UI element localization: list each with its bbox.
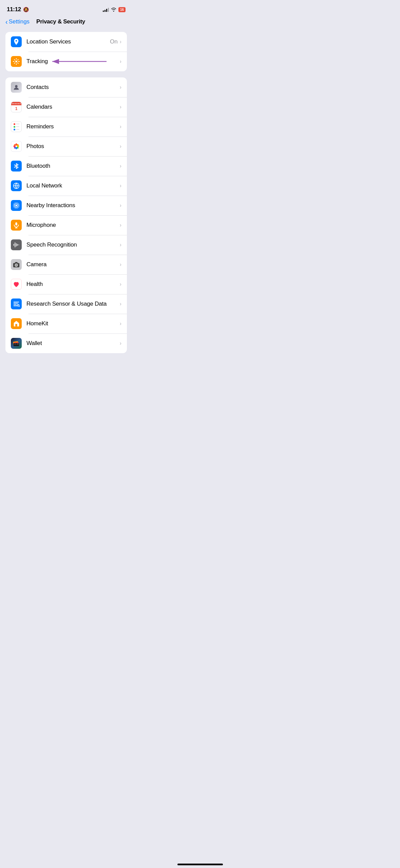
svg-rect-20 [15, 242, 15, 248]
reminders-chevron: › [120, 124, 121, 130]
reminders-label: Reminders [26, 123, 120, 130]
status-icons: 16 [103, 7, 126, 12]
homekit-row[interactable]: HomeKit › [5, 314, 127, 333]
bluetooth-row[interactable]: Bluetooth › [5, 156, 127, 176]
signal-icon [103, 7, 109, 12]
camera-icon [11, 259, 22, 270]
svg-rect-28 [15, 262, 17, 264]
status-time: 11:12 [7, 6, 21, 13]
nearby-interactions-label: Nearby Interactions [26, 202, 120, 209]
svg-rect-31 [15, 324, 17, 326]
tracking-icon [11, 56, 22, 67]
svg-point-36 [17, 343, 19, 345]
wallet-row[interactable]: Wallet › [5, 333, 127, 353]
research-label: Research Sensor & Usage Data [26, 301, 120, 307]
bluetooth-chevron: › [120, 163, 121, 169]
photos-label: Photos [26, 143, 120, 150]
page-title: Privacy & Security [36, 18, 85, 25]
back-label: Settings [9, 18, 30, 25]
homekit-label: HomeKit [26, 320, 120, 327]
microphone-chevron: › [120, 222, 121, 228]
camera-chevron: › [120, 261, 121, 268]
svg-point-3 [15, 85, 17, 88]
status-bar: 11:12 🔕 16 [0, 0, 132, 17]
speech-recognition-row[interactable]: Speech Recognition › [5, 235, 127, 255]
svg-rect-29 [18, 264, 19, 265]
nearby-interactions-icon [11, 200, 22, 211]
calendars-label: Calendars [26, 104, 120, 110]
location-services-row[interactable]: Location Services On › [5, 32, 127, 52]
contacts-label: Contacts [26, 84, 120, 91]
wifi-icon [111, 7, 116, 12]
battery-level: 16 [118, 7, 126, 12]
svg-rect-17 [15, 222, 17, 225]
location-services-icon [11, 36, 22, 47]
research-row[interactable]: Research Sensor & Usage Data › [5, 294, 127, 314]
svg-rect-23 [14, 244, 14, 246]
local-network-chevron: › [120, 183, 121, 189]
back-button[interactable]: ‹ Settings [5, 18, 30, 25]
tracking-label: Tracking [26, 58, 120, 65]
photos-icon [11, 141, 22, 152]
battery-icon: 16 [118, 7, 126, 12]
homekit-icon [11, 318, 22, 329]
camera-label: Camera [26, 261, 120, 268]
camera-row[interactable]: Camera › [5, 255, 127, 274]
location-services-label: Location Services [26, 38, 110, 45]
svg-point-12 [16, 146, 17, 147]
local-network-row[interactable]: Local Network › [5, 176, 127, 196]
wallet-icon [11, 338, 22, 349]
health-icon [11, 279, 22, 290]
speech-recognition-icon [11, 239, 22, 250]
health-chevron: › [120, 281, 121, 287]
svg-point-0 [15, 60, 17, 62]
speech-recognition-chevron: › [120, 242, 121, 248]
svg-point-27 [16, 265, 17, 266]
main-section: Contacts › ●●●●●● 1 Calendars › [5, 77, 127, 353]
local-network-icon [11, 180, 22, 191]
microphone-icon [11, 220, 22, 231]
speech-recognition-label: Speech Recognition [26, 241, 120, 248]
nearby-interactions-row[interactable]: Nearby Interactions › [5, 196, 127, 215]
research-chevron: › [120, 301, 121, 307]
microphone-label: Microphone [26, 222, 120, 229]
bluetooth-label: Bluetooth [26, 163, 120, 169]
reminders-icon [11, 121, 22, 132]
location-services-value: On [110, 38, 118, 45]
svg-rect-35 [14, 344, 17, 344]
location-services-chevron: › [120, 39, 121, 45]
svg-rect-21 [16, 243, 17, 246]
svg-point-14 [15, 204, 17, 206]
contacts-chevron: › [120, 84, 121, 90]
content: Location Services On › Tracking [0, 29, 132, 362]
bluetooth-icon [11, 161, 22, 171]
calendars-row[interactable]: ●●●●●● 1 Calendars › [5, 97, 127, 117]
svg-rect-22 [17, 244, 18, 246]
top-section: Location Services On › Tracking [5, 32, 127, 71]
back-chevron-icon: ‹ [5, 18, 8, 25]
tracking-chevron: › [120, 58, 121, 65]
contacts-row[interactable]: Contacts › [5, 77, 127, 97]
local-network-label: Local Network [26, 182, 120, 189]
photos-chevron: › [120, 143, 121, 149]
wallet-label: Wallet [26, 340, 120, 347]
microphone-row[interactable]: Microphone › [5, 215, 127, 235]
reminders-row[interactable]: Reminders › [5, 117, 127, 137]
photos-row[interactable]: Photos › [5, 137, 127, 156]
homekit-chevron: › [120, 321, 121, 327]
health-label: Health [26, 281, 120, 288]
wallet-chevron: › [120, 340, 121, 346]
health-row[interactable]: Health › [5, 274, 127, 294]
nav-bar: ‹ Settings Privacy & Security [0, 17, 132, 29]
calendars-chevron: › [120, 104, 121, 110]
contacts-icon [11, 82, 22, 93]
tracking-row[interactable]: Tracking › [5, 52, 127, 71]
mute-icon: 🔕 [23, 7, 29, 12]
nearby-interactions-chevron: › [120, 202, 121, 209]
svg-rect-24 [18, 245, 19, 245]
calendars-icon: ●●●●●● 1 [11, 102, 22, 112]
research-icon [11, 299, 22, 309]
